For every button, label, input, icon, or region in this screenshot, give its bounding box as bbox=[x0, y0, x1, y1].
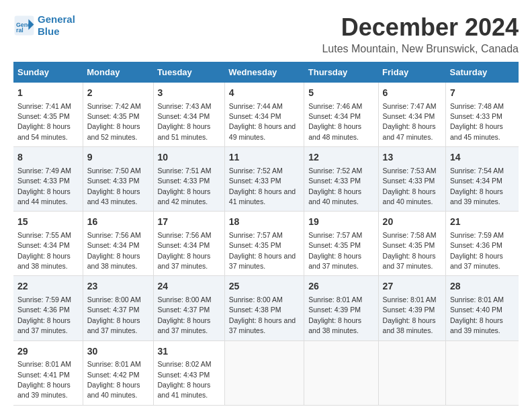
cell-info: Sunrise: 8:01 AMSunset: 4:41 PMDaylight:… bbox=[17, 360, 71, 399]
cell-info: Sunrise: 8:02 AMSunset: 4:43 PMDaylight:… bbox=[158, 360, 212, 399]
day-number: 17 bbox=[158, 216, 220, 229]
cell-info: Sunrise: 7:53 AMSunset: 4:33 PMDaylight:… bbox=[383, 167, 437, 205]
calendar-cell bbox=[378, 340, 445, 405]
calendar-cell bbox=[224, 340, 304, 405]
cell-info: Sunrise: 8:01 AMSunset: 4:42 PMDaylight:… bbox=[87, 360, 141, 399]
calendar-cell: 24Sunrise: 8:00 AMSunset: 4:37 PMDayligh… bbox=[153, 276, 224, 340]
day-number: 20 bbox=[383, 216, 441, 229]
calendar-cell: 7Sunrise: 7:48 AMSunset: 4:33 PMDaylight… bbox=[446, 83, 519, 147]
cell-info: Sunrise: 7:55 AMSunset: 4:34 PMDaylight:… bbox=[17, 231, 71, 270]
calendar-cell: 18Sunrise: 7:57 AMSunset: 4:35 PMDayligh… bbox=[224, 212, 304, 276]
calendar-cell: 27Sunrise: 8:01 AMSunset: 4:39 PMDayligh… bbox=[378, 276, 445, 340]
calendar-cell: 8Sunrise: 7:49 AMSunset: 4:33 PMDaylight… bbox=[13, 147, 83, 212]
calendar-cell: 29Sunrise: 8:01 AMSunset: 4:41 PMDayligh… bbox=[13, 340, 83, 405]
calendar-cell: 15Sunrise: 7:55 AMSunset: 4:34 PMDayligh… bbox=[13, 212, 83, 276]
cell-info: Sunrise: 7:57 AMSunset: 4:35 PMDaylight:… bbox=[308, 231, 362, 270]
day-number: 8 bbox=[17, 151, 79, 165]
day-number: 22 bbox=[17, 280, 79, 293]
calendar-cell bbox=[304, 340, 378, 405]
cell-info: Sunrise: 7:43 AMSunset: 4:34 PMDaylight:… bbox=[158, 102, 212, 141]
calendar-cell: 10Sunrise: 7:51 AMSunset: 4:33 PMDayligh… bbox=[153, 147, 224, 212]
cell-info: Sunrise: 7:52 AMSunset: 4:33 PMDaylight:… bbox=[308, 167, 362, 205]
page-subtitle: Lutes Mountain, New Brunswick, Canada bbox=[322, 43, 519, 55]
calendar-week-row: 1Sunrise: 7:41 AMSunset: 4:35 PMDaylight… bbox=[13, 83, 519, 147]
calendar-cell bbox=[446, 340, 519, 405]
col-header-saturday: Saturday bbox=[446, 62, 519, 83]
calendar-cell: 3Sunrise: 7:43 AMSunset: 4:34 PMDaylight… bbox=[153, 83, 224, 147]
cell-info: Sunrise: 7:57 AMSunset: 4:35 PMDaylight:… bbox=[229, 231, 296, 270]
logo-text: GeneralBlue bbox=[38, 13, 75, 38]
calendar-cell: 30Sunrise: 8:01 AMSunset: 4:42 PMDayligh… bbox=[83, 340, 153, 405]
calendar-week-row: 22Sunrise: 7:59 AMSunset: 4:36 PMDayligh… bbox=[13, 276, 519, 340]
cell-info: Sunrise: 7:56 AMSunset: 4:34 PMDaylight:… bbox=[87, 231, 141, 270]
day-number: 1 bbox=[17, 87, 79, 100]
cell-info: Sunrise: 8:01 AMSunset: 4:39 PMDaylight:… bbox=[383, 295, 437, 334]
svg-text:ral: ral bbox=[16, 27, 24, 34]
calendar-cell: 11Sunrise: 7:52 AMSunset: 4:33 PMDayligh… bbox=[224, 147, 304, 212]
cell-info: Sunrise: 7:48 AMSunset: 4:33 PMDaylight:… bbox=[450, 102, 504, 141]
logo: Gene- ral GeneralBlue bbox=[13, 13, 75, 38]
cell-info: Sunrise: 7:41 AMSunset: 4:35 PMDaylight:… bbox=[17, 102, 71, 141]
day-number: 7 bbox=[450, 87, 515, 100]
day-number: 26 bbox=[308, 280, 373, 293]
cell-info: Sunrise: 8:00 AMSunset: 4:38 PMDaylight:… bbox=[229, 295, 296, 334]
cell-info: Sunrise: 7:58 AMSunset: 4:35 PMDaylight:… bbox=[383, 231, 437, 270]
col-header-tuesday: Tuesday bbox=[153, 62, 224, 83]
cell-info: Sunrise: 8:00 AMSunset: 4:37 PMDaylight:… bbox=[87, 295, 141, 334]
day-number: 27 bbox=[383, 280, 441, 293]
cell-info: Sunrise: 7:42 AMSunset: 4:35 PMDaylight:… bbox=[87, 102, 141, 141]
day-number: 3 bbox=[158, 87, 220, 100]
calendar-week-row: 15Sunrise: 7:55 AMSunset: 4:34 PMDayligh… bbox=[13, 212, 519, 276]
cell-info: Sunrise: 7:56 AMSunset: 4:34 PMDaylight:… bbox=[158, 231, 212, 270]
day-number: 2 bbox=[87, 87, 149, 100]
calendar-cell: 1Sunrise: 7:41 AMSunset: 4:35 PMDaylight… bbox=[13, 83, 83, 147]
calendar-cell: 22Sunrise: 7:59 AMSunset: 4:36 PMDayligh… bbox=[13, 276, 83, 340]
cell-info: Sunrise: 8:00 AMSunset: 4:37 PMDaylight:… bbox=[158, 295, 212, 334]
day-number: 14 bbox=[450, 151, 515, 165]
calendar-cell: 14Sunrise: 7:54 AMSunset: 4:34 PMDayligh… bbox=[446, 147, 519, 212]
day-number: 29 bbox=[17, 345, 79, 359]
calendar-cell: 28Sunrise: 8:01 AMSunset: 4:40 PMDayligh… bbox=[446, 276, 519, 340]
day-number: 9 bbox=[87, 151, 149, 165]
calendar-cell: 21Sunrise: 7:59 AMSunset: 4:36 PMDayligh… bbox=[446, 212, 519, 276]
calendar-cell: 5Sunrise: 7:46 AMSunset: 4:34 PMDaylight… bbox=[304, 83, 378, 147]
col-header-sunday: Sunday bbox=[13, 62, 83, 83]
day-number: 16 bbox=[87, 216, 149, 229]
cell-info: Sunrise: 7:44 AMSunset: 4:34 PMDaylight:… bbox=[229, 102, 296, 141]
page-title: December 2024 bbox=[322, 13, 519, 42]
calendar-cell: 9Sunrise: 7:50 AMSunset: 4:33 PMDaylight… bbox=[83, 147, 153, 212]
day-number: 4 bbox=[229, 87, 300, 100]
calendar-cell: 31Sunrise: 8:02 AMSunset: 4:43 PMDayligh… bbox=[153, 340, 224, 405]
logo-icon: Gene- ral bbox=[13, 15, 35, 36]
day-number: 30 bbox=[87, 345, 149, 359]
day-number: 10 bbox=[158, 151, 220, 165]
calendar-cell: 23Sunrise: 8:00 AMSunset: 4:37 PMDayligh… bbox=[83, 276, 153, 340]
cell-info: Sunrise: 8:01 AMSunset: 4:40 PMDaylight:… bbox=[450, 295, 504, 334]
day-number: 6 bbox=[383, 87, 441, 100]
day-number: 13 bbox=[383, 151, 441, 165]
calendar-cell: 6Sunrise: 7:47 AMSunset: 4:34 PMDaylight… bbox=[378, 83, 445, 147]
calendar-cell: 12Sunrise: 7:52 AMSunset: 4:33 PMDayligh… bbox=[304, 147, 378, 212]
day-number: 11 bbox=[229, 151, 300, 165]
calendar-header-row: SundayMondayTuesdayWednesdayThursdayFrid… bbox=[13, 62, 519, 83]
calendar-cell: 16Sunrise: 7:56 AMSunset: 4:34 PMDayligh… bbox=[83, 212, 153, 276]
cell-info: Sunrise: 7:51 AMSunset: 4:33 PMDaylight:… bbox=[158, 167, 212, 205]
col-header-wednesday: Wednesday bbox=[224, 62, 304, 83]
calendar-cell: 19Sunrise: 7:57 AMSunset: 4:35 PMDayligh… bbox=[304, 212, 378, 276]
cell-info: Sunrise: 7:59 AMSunset: 4:36 PMDaylight:… bbox=[17, 295, 71, 334]
cell-info: Sunrise: 7:52 AMSunset: 4:33 PMDaylight:… bbox=[229, 167, 296, 205]
day-number: 28 bbox=[450, 280, 515, 293]
calendar-cell: 17Sunrise: 7:56 AMSunset: 4:34 PMDayligh… bbox=[153, 212, 224, 276]
day-number: 24 bbox=[158, 280, 220, 293]
title-area: December 2024 Lutes Mountain, New Brunsw… bbox=[322, 13, 519, 55]
cell-info: Sunrise: 7:46 AMSunset: 4:34 PMDaylight:… bbox=[308, 102, 362, 141]
day-number: 21 bbox=[450, 216, 515, 229]
day-number: 25 bbox=[229, 280, 300, 293]
day-number: 31 bbox=[158, 345, 220, 359]
cell-info: Sunrise: 8:01 AMSunset: 4:39 PMDaylight:… bbox=[308, 295, 362, 334]
calendar-cell: 25Sunrise: 8:00 AMSunset: 4:38 PMDayligh… bbox=[224, 276, 304, 340]
calendar-table: SundayMondayTuesdayWednesdayThursdayFrid… bbox=[13, 62, 519, 406]
col-header-thursday: Thursday bbox=[304, 62, 378, 83]
day-number: 5 bbox=[308, 87, 373, 100]
calendar-week-row: 29Sunrise: 8:01 AMSunset: 4:41 PMDayligh… bbox=[13, 340, 519, 405]
